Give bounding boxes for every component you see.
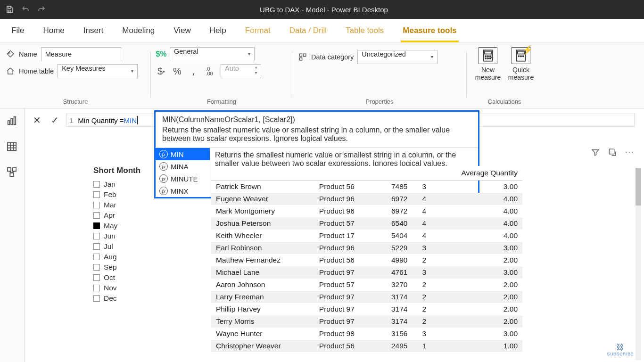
table-row[interactable]: Wayne HunterProduct 98315633.00: [211, 328, 522, 340]
format-select[interactable]: General▾: [170, 47, 255, 61]
cell: Product 97: [314, 315, 377, 328]
function-option-minute[interactable]: fxMINUTE: [156, 173, 210, 185]
formula-cancel-button[interactable]: ✕: [30, 114, 43, 127]
tab-data-drill[interactable]: Data / Drill: [280, 19, 336, 42]
report-view-icon[interactable]: [6, 116, 19, 127]
cell: 6972: [377, 193, 413, 205]
undo-icon[interactable]: [21, 5, 30, 14]
function-option-mina[interactable]: fxMINA: [156, 160, 210, 173]
tab-file[interactable]: File: [6, 19, 33, 42]
cell: Phillip Harvey: [211, 303, 314, 315]
save-icon[interactable]: [5, 5, 14, 14]
slicer-item-may[interactable]: May: [93, 222, 159, 230]
tab-table-tools[interactable]: Table tools: [336, 19, 393, 42]
col-header[interactable]: [412, 166, 431, 181]
new-measure-button[interactable]: ↖ New measure: [474, 47, 502, 81]
focus-mode-icon[interactable]: [608, 148, 618, 157]
currency-icon[interactable]: $ ▾: [157, 66, 166, 76]
decimals-icon[interactable]: .0.00: [205, 66, 214, 76]
cell: 3.00: [431, 328, 522, 340]
table-row[interactable]: Matthew FernandezProduct 56499022.00: [211, 254, 522, 266]
table-visual[interactable]: Average QuantityPatrick BrownProduct 567…: [211, 166, 522, 360]
table-row[interactable]: Terry MorrisProduct 97317422.00: [211, 315, 522, 328]
more-options-icon[interactable]: ···: [625, 148, 635, 157]
table-row[interactable]: Michael LaneProduct 97476133.00: [211, 266, 522, 279]
quick-measure-button[interactable]: ⚡ Quick measure: [507, 47, 535, 81]
tab-insert[interactable]: Insert: [74, 19, 113, 42]
data-view-icon[interactable]: [6, 141, 19, 153]
cell: 5229: [377, 242, 413, 254]
slicer-item-mar[interactable]: Mar: [93, 201, 159, 209]
cell: 3.00: [431, 181, 522, 193]
cell: 3174: [377, 291, 413, 303]
svg-rect-0: [8, 10, 11, 12]
tab-help[interactable]: Help: [200, 19, 236, 42]
function-option-min[interactable]: fxMIN: [156, 148, 210, 160]
col-header[interactable]: [314, 166, 377, 181]
slicer-item-apr[interactable]: Apr: [93, 211, 159, 220]
scrollbar[interactable]: [636, 168, 641, 360]
decimal-places-input[interactable]: Auto▴▾: [221, 64, 261, 78]
tab-measure-tools[interactable]: Measure tools: [393, 19, 466, 42]
cell: 2.00: [431, 303, 522, 315]
svg-rect-28: [10, 173, 13, 176]
hometable-select[interactable]: Key Measures▾: [58, 64, 138, 78]
cell: 4761: [377, 266, 413, 279]
model-view-icon[interactable]: [6, 167, 19, 178]
table-row[interactable]: Aaron JohnsonProduct 57327022.00: [211, 279, 522, 291]
tab-format[interactable]: Format: [236, 19, 280, 42]
cell: Product 98: [314, 328, 377, 340]
slicer-item-oct[interactable]: Oct: [93, 273, 159, 282]
filter-icon[interactable]: [591, 148, 601, 157]
home-icon: [6, 66, 15, 76]
col-header[interactable]: Average Quantity: [431, 166, 522, 181]
cell: 3174: [377, 315, 413, 328]
ribbon-tabstrip: FileHomeInsertModelingViewHelpFormatData…: [0, 19, 644, 42]
function-description: Returns the smallest numeric value or sm…: [162, 126, 471, 143]
slicer-item-jun[interactable]: Jun: [93, 232, 159, 240]
table-row[interactable]: Patrick BrownProduct 56748533.00: [211, 181, 522, 193]
tab-view[interactable]: View: [164, 19, 200, 42]
slicer-item-jul[interactable]: Jul: [93, 242, 159, 251]
table-row[interactable]: Eugene WeaverProduct 96697244.00: [211, 193, 522, 205]
group-properties-label: Properties: [292, 98, 467, 105]
slicer-item-aug[interactable]: Aug: [93, 253, 159, 261]
table-row[interactable]: Mark MontgomeryProduct 96697244.00: [211, 205, 522, 217]
table-row[interactable]: Keith WheelerProduct 17540444.00: [211, 230, 522, 242]
cell: Product 57: [314, 217, 377, 230]
function-option-minx[interactable]: fxMINX: [156, 185, 210, 197]
table-row[interactable]: Christopher WeaverProduct 56249511.00: [211, 340, 522, 352]
checkbox-icon: [93, 222, 100, 229]
table-row[interactable]: Earl RobinsonProduct 96522933.00: [211, 242, 522, 254]
svg-point-10: [485, 58, 486, 59]
slicer-item-nov[interactable]: Nov: [93, 284, 159, 292]
table-row[interactable]: Larry FreemanProduct 97317422.00: [211, 291, 522, 303]
scrollbar-thumb[interactable]: [636, 168, 641, 206]
cell: Product 97: [314, 291, 377, 303]
col-header[interactable]: [377, 166, 413, 181]
comma-icon[interactable]: ,: [189, 66, 198, 76]
col-header[interactable]: [211, 166, 314, 181]
cell: 3: [412, 242, 431, 254]
tab-modeling[interactable]: Modeling: [113, 19, 164, 42]
checkbox-icon: [93, 274, 100, 281]
cell: 4.00: [431, 230, 522, 242]
svg-point-16: [520, 56, 521, 57]
redo-icon[interactable]: [37, 5, 46, 14]
cell: Product 56: [314, 340, 377, 352]
table-row[interactable]: Phillip HarveyProduct 97317422.00: [211, 303, 522, 315]
datacat-select[interactable]: Uncategorized▾: [357, 50, 438, 64]
table-row[interactable]: Joshua PetersonProduct 57654044.00: [211, 217, 522, 230]
group-calc-label: Calculations: [467, 98, 542, 105]
slicer-item-dec[interactable]: Dec: [93, 294, 159, 303]
percent-icon[interactable]: %: [173, 66, 182, 76]
measure-name-input[interactable]: [41, 47, 121, 61]
cell: Michael Lane: [211, 266, 314, 279]
slicer-item-sep[interactable]: Sep: [93, 263, 159, 272]
slicer-item-jan[interactable]: Jan: [93, 180, 159, 189]
slicer-item-feb[interactable]: Feb: [93, 190, 159, 199]
function-signature: MIN(ColumnNameOrScalar1, [Scalar2]): [162, 115, 471, 124]
tab-home[interactable]: Home: [33, 19, 74, 42]
formula-commit-button[interactable]: ✓: [48, 114, 61, 127]
cell: Product 56: [314, 254, 377, 266]
